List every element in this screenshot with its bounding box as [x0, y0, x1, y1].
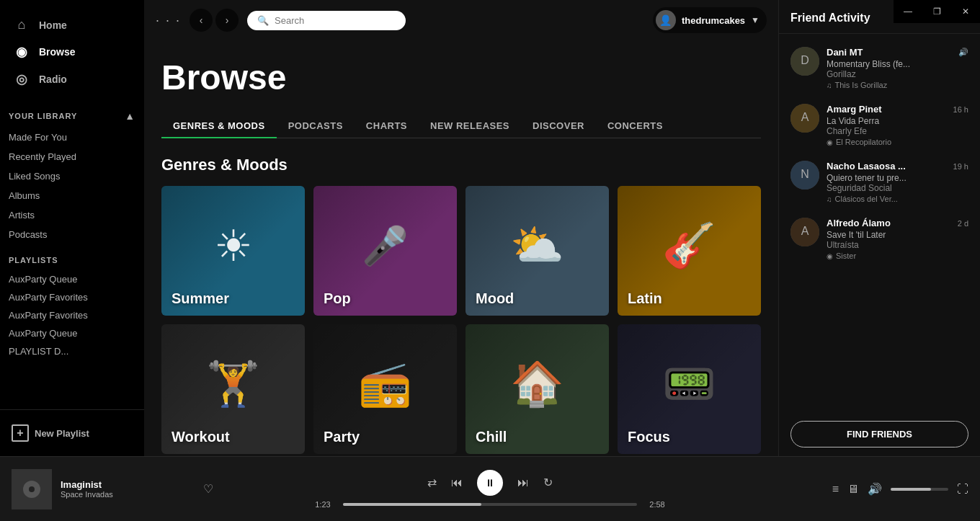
sidebar-item-made-for-you[interactable]: Made For You: [0, 128, 144, 147]
like-button[interactable]: ♡: [203, 482, 213, 496]
tab-discover[interactable]: DISCOVER: [521, 115, 596, 138]
friend-time: 16 h: [953, 105, 968, 114]
queue-button[interactable]: ≡: [832, 483, 839, 496]
friend-track: La Vida Perra: [827, 116, 968, 126]
search-bar[interactable]: 🔍: [247, 11, 406, 30]
sidebar-playlist-auxparty-favorites-2[interactable]: AuxParty Favorites: [0, 306, 144, 324]
radio-icon: ◎: [14, 71, 29, 87]
fullscreen-button[interactable]: ⛶: [957, 483, 968, 496]
app-container: ⌂ Home ◉ Browse ◎ Radio YOUR LIBRARY ▲ M…: [0, 0, 980, 456]
genre-card-party[interactable]: 📻 Party: [313, 324, 457, 454]
sidebar-item-albums[interactable]: Albums: [0, 186, 144, 205]
sidebar-playlist-auxparty-queue-1[interactable]: AuxParty Queue: [0, 270, 144, 288]
friend-artist: Gorillaz: [827, 69, 968, 79]
maximize-button[interactable]: ❐: [922, 0, 951, 23]
friend-info: Dani MT 🔊 Momentary Bliss (fe... Gorilla…: [827, 47, 968, 89]
svg-text:D: D: [801, 54, 809, 66]
sidebar-item-liked-songs[interactable]: Liked Songs: [0, 166, 144, 186]
volume-bar[interactable]: [891, 488, 948, 491]
svg-point-10: [29, 486, 35, 492]
friend-artist: Charly Efe: [827, 126, 968, 136]
previous-button[interactable]: ⏮: [451, 476, 463, 489]
friend-playlist: This Is Gorillaz: [835, 81, 888, 89]
player-track-info: Imaginist Space Invadas: [61, 479, 195, 499]
close-button[interactable]: ✕: [951, 0, 980, 23]
section-title: Genres & Moods: [161, 156, 761, 174]
total-time: 2:58: [644, 500, 670, 509]
tab-charts[interactable]: CHARTS: [355, 115, 419, 138]
friend-name: Dani MT: [827, 47, 863, 58]
browse-icon: ◉: [14, 44, 29, 60]
player-artist-name: Space Invadas: [61, 490, 195, 499]
friend-name-row: Amarg Pinet 16 h: [827, 104, 968, 115]
genre-card-pop[interactable]: 🎤 Pop: [313, 186, 457, 316]
sidebar-playlist-d[interactable]: PLAYLIST D...: [0, 342, 144, 360]
mood-icon: ⛅: [510, 220, 564, 271]
friend-name: Amarg Pinet: [827, 104, 882, 115]
friend-info: Nacho Lasaosa ... 19 h Quiero tener tu p…: [827, 161, 968, 203]
genre-card-latin[interactable]: 🎸 Latin: [618, 186, 761, 316]
sidebar-item-label: Radio: [39, 74, 67, 85]
minimize-button[interactable]: —: [894, 0, 922, 23]
friend-item[interactable]: D Dani MT 🔊 Momentary Bliss (fe... Goril…: [779, 40, 980, 97]
album-art: [12, 469, 52, 509]
sidebar-item-browse[interactable]: ◉ Browse: [6, 38, 138, 66]
sidebar-playlist-auxparty-queue-2[interactable]: AuxParty Queue: [0, 324, 144, 342]
play-pause-button[interactable]: ⏸: [477, 470, 503, 496]
genre-card-label: Mood: [476, 290, 514, 307]
genre-card-label: Party: [324, 429, 360, 445]
pop-icon: 🎤: [362, 224, 409, 268]
genre-card-workout[interactable]: 🏋 Workout: [161, 324, 305, 454]
sidebar-playlist-auxparty-favorites-1[interactable]: AuxParty Favorites: [0, 288, 144, 306]
summer-icon: ☀: [214, 221, 253, 271]
player-controls: ⇄ ⏮ ⏸ ⏭ ↻: [427, 470, 553, 496]
user-area[interactable]: 👤 thedrumcakes ▼: [653, 7, 767, 33]
friend-item[interactable]: N Nacho Lasaosa ... 19 h Quiero tener tu…: [779, 153, 980, 210]
avatar: 👤: [656, 10, 676, 30]
library-collapse-arrow[interactable]: ▲: [125, 110, 135, 122]
chevron-down-icon: ▼: [751, 15, 760, 25]
friend-item[interactable]: A Amarg Pinet 16 h La Vida Perra Charly …: [779, 97, 980, 153]
genre-card-mood[interactable]: ⛅ Mood: [466, 186, 609, 316]
sidebar-item-radio[interactable]: ◎ Radio: [6, 66, 138, 93]
tab-podcasts[interactable]: PODCASTS: [277, 115, 355, 138]
find-friends-button[interactable]: FIND FRIENDS: [790, 421, 968, 447]
playlists-section-label: PLAYLISTS: [0, 244, 144, 270]
tab-concerts[interactable]: CONCERTS: [596, 115, 674, 138]
next-button[interactable]: ⏭: [517, 476, 529, 489]
new-playlist-button[interactable]: + New Playlist: [9, 419, 135, 447]
search-input[interactable]: [275, 15, 396, 26]
avatar: A: [790, 218, 819, 246]
sidebar-item-podcasts[interactable]: Podcasts: [0, 225, 144, 244]
player-left: Imaginist Space Invadas ♡: [12, 469, 213, 509]
forward-button[interactable]: ›: [215, 9, 239, 32]
back-button[interactable]: ‹: [190, 9, 213, 32]
genre-grid: ☀ Summer 🎤 Pop ⛅ Mood 🎸 Latin: [161, 186, 761, 454]
repeat-button[interactable]: ↻: [543, 476, 553, 489]
friend-playlist: El Recopilatorio: [836, 138, 891, 146]
friend-name-row: Dani MT 🔊: [827, 47, 968, 58]
tab-new-releases[interactable]: NEW RELEASES: [419, 115, 521, 138]
genre-card-chill[interactable]: 🏠 Chill: [466, 324, 609, 454]
friend-artist: Seguridad Social: [827, 183, 968, 193]
shuffle-button[interactable]: ⇄: [427, 476, 437, 489]
tab-genres-moods[interactable]: GENRES & MOODS: [161, 115, 277, 138]
workout-icon: 🏋: [206, 358, 260, 409]
progress-bar[interactable]: [343, 503, 637, 506]
sidebar-item-artists[interactable]: Artists: [0, 205, 144, 225]
sidebar-item-home[interactable]: ⌂ Home: [6, 12, 138, 38]
titlebar: — ❐ ✕: [894, 0, 980, 23]
browse-area: Browse GENRES & MOODS PODCASTS CHARTS NE…: [144, 40, 778, 456]
genre-card-focus[interactable]: 📟 Focus: [618, 324, 761, 454]
player-track-name: Imaginist: [61, 479, 195, 490]
window-dots[interactable]: · · ·: [156, 13, 181, 28]
avatar: D: [790, 47, 819, 76]
devices-button[interactable]: 🖥: [847, 483, 859, 496]
disc-icon: ◉: [827, 138, 833, 146]
genre-card-label: Pop: [324, 290, 351, 307]
sidebar-item-recently-played[interactable]: Recently Played: [0, 147, 144, 166]
sidebar-scroll: YOUR LIBRARY ▲ Made For You Recently Pla…: [0, 99, 144, 409]
genre-card-summer[interactable]: ☀ Summer: [161, 186, 305, 316]
friend-item[interactable]: A Alfredo Álamo 2 d Save It 'til Later U…: [779, 210, 980, 267]
right-panel: Friend Activity D Dani MT 🔊 Momentary Bl…: [778, 0, 980, 456]
